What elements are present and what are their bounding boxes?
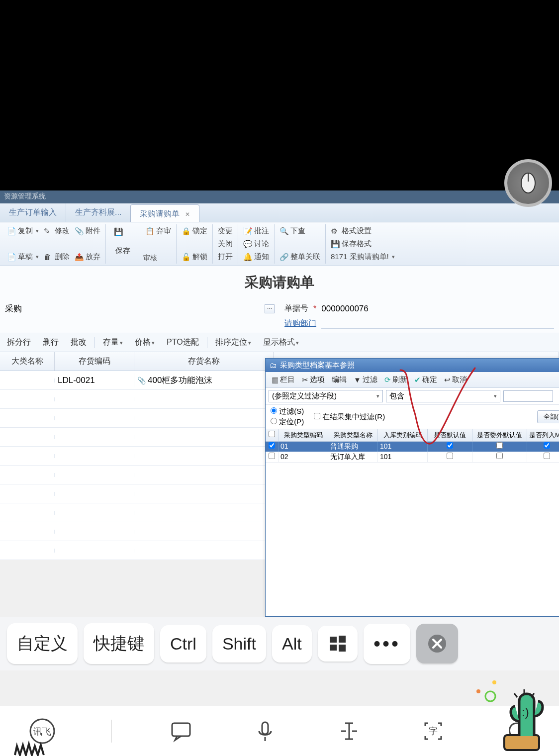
row-check[interactable]: [269, 442, 275, 449]
draft-button[interactable]: 📄草稿▾: [5, 251, 41, 263]
cell-intype: 101: [378, 452, 428, 462]
notify-button[interactable]: 🔔通知: [241, 251, 271, 263]
save-button[interactable]: 💾 保存: [109, 225, 137, 258]
radio-locate[interactable]: 定位(P): [271, 417, 304, 427]
title-text: 资源管理系统: [4, 192, 46, 200]
filter-field-combo[interactable]: (参照定义过滤字段)▾: [269, 390, 383, 402]
check-icon: ✔: [414, 376, 421, 384]
key-windows[interactable]: [318, 626, 358, 662]
notify-icon: 🔔: [243, 253, 252, 262]
display-button[interactable]: 显示格式▾: [258, 335, 304, 350]
svg-point-12: [476, 689, 480, 693]
abandon-button[interactable]: 📋弃审: [143, 225, 173, 237]
unlock-icon: 🔓: [182, 253, 190, 262]
dialog-icon: 🗂: [270, 361, 277, 370]
draft-icon: 📄: [7, 253, 16, 262]
required-mark: *: [313, 304, 316, 313]
sort-button[interactable]: 排序定位▾: [210, 335, 256, 350]
key-ctrl[interactable]: Ctrl: [160, 625, 206, 662]
format-set-button[interactable]: ⚙格式设置: [329, 225, 373, 237]
stock-button[interactable]: 存量▾: [98, 335, 128, 350]
all-button[interactable]: 全部(: [537, 410, 559, 423]
filter-value-input[interactable]: [503, 390, 553, 402]
save-format-icon: 💾: [331, 240, 340, 249]
col-ismps[interactable]: 是否列入MPS/: [527, 429, 559, 441]
svg-rect-9: [172, 723, 190, 736]
table-row[interactable]: 01普通采购101: [266, 442, 559, 452]
dialog-title-bar[interactable]: 🗂 采购类型档案基本参照: [266, 359, 559, 372]
ime-cursor[interactable]: [334, 716, 364, 746]
price-button[interactable]: 价格▾: [130, 335, 160, 350]
col-category[interactable]: 大类名称: [0, 352, 55, 371]
key-alt[interactable]: Alt: [272, 625, 312, 662]
page-title: 采购请购单: [0, 266, 559, 299]
lock-icon: 🔒: [182, 227, 190, 236]
cell-isdef: [428, 442, 472, 452]
attach-button[interactable]: 📎附件: [73, 225, 102, 237]
key-shortcut[interactable]: 快捷键: [84, 623, 154, 664]
svg-rect-5: [339, 645, 346, 652]
discuss-button[interactable]: 💬讨论: [241, 238, 271, 250]
cell-ismps: [527, 452, 559, 462]
unlock-button[interactable]: 🔓解锁: [180, 251, 209, 263]
del-row-button[interactable]: 删行: [38, 335, 64, 350]
abandon-icon: 📋: [145, 227, 154, 236]
col-intype[interactable]: 入库类别编码: [378, 429, 428, 441]
dept-input[interactable]: [321, 319, 554, 329]
window-title-bar: 资源管理系统: [0, 190, 559, 203]
down-button[interactable]: 🔍下查: [278, 225, 307, 237]
col-ptype-name[interactable]: 采购类型名称: [328, 429, 378, 441]
open-button[interactable]: 打开: [216, 251, 235, 263]
dept-label[interactable]: 请购部门: [284, 318, 316, 329]
ime-scan[interactable]: 字: [418, 716, 448, 746]
copy-button[interactable]: 📄复制▾: [5, 225, 41, 237]
pto-button[interactable]: PTO选配: [162, 335, 204, 350]
edit-button[interactable]: 编辑: [329, 374, 350, 385]
whole-rel-button[interactable]: 🔗整单关联: [278, 251, 322, 263]
doc-no-value: 0000000076: [321, 304, 369, 314]
col-name[interactable]: 存货名称: [134, 352, 274, 371]
cancel-icon: ↩: [444, 376, 451, 384]
key-shift[interactable]: Shift: [212, 625, 266, 662]
refresh-button[interactable]: ⟳刷新: [381, 374, 410, 385]
radio-filter[interactable]: 过滤(S): [271, 407, 304, 416]
filter-button[interactable]: ▼过滤: [351, 374, 380, 385]
cancel-button[interactable]: ↩取消: [441, 374, 470, 385]
svg-point-14: [485, 691, 495, 701]
col-button[interactable]: ▥栏目: [269, 374, 298, 385]
lock-button[interactable]: 🔒锁定: [180, 225, 209, 237]
save-format-button[interactable]: 💾保存格式: [329, 238, 373, 250]
col-isdef[interactable]: 是否默认值: [428, 429, 472, 441]
tab-prod-material[interactable]: 生产齐料展...: [66, 203, 130, 222]
doc-ref-button[interactable]: 8171 采购请购单!▾: [329, 251, 397, 263]
filter-op-combo[interactable]: 包含▾: [386, 390, 500, 402]
edit-button[interactable]: ✎修改: [42, 225, 72, 237]
opt-button[interactable]: ✂选项: [299, 374, 328, 385]
ime-chat[interactable]: [166, 716, 196, 746]
table-row[interactable]: 02无订单入库101: [266, 452, 559, 463]
delete-button[interactable]: 🗑删除: [42, 251, 72, 263]
annotate-button[interactable]: 📝批注: [241, 225, 271, 237]
col-isout[interactable]: 是否委外默认值: [472, 429, 527, 441]
chk-inresult[interactable]: 在结果集中过滤(R): [314, 412, 385, 422]
col-code[interactable]: 存货编码: [55, 352, 134, 371]
col-check[interactable]: [266, 429, 279, 441]
mouse-overlay[interactable]: [504, 159, 552, 207]
key-more[interactable]: •••: [364, 624, 410, 664]
change-button[interactable]: 变更: [216, 225, 235, 237]
tab-prod-order[interactable]: 生产订单输入: [0, 203, 66, 222]
tab-purchase-request[interactable]: 采购请购单 ✕: [130, 204, 199, 222]
ime-voice[interactable]: [250, 716, 280, 746]
split-row-button[interactable]: 拆分行: [2, 335, 36, 350]
lookup-icon[interactable]: ⋯: [265, 304, 275, 313]
cell-intype: 101: [378, 442, 428, 452]
key-backspace[interactable]: [416, 624, 458, 663]
close-button[interactable]: 关闭: [216, 238, 235, 250]
batch-button[interactable]: 批改: [66, 335, 92, 350]
ok-button[interactable]: ✔确定: [411, 374, 440, 385]
col-ptype-code[interactable]: 采购类型编码: [279, 429, 328, 441]
close-icon[interactable]: ✕: [185, 211, 190, 218]
key-custom[interactable]: 自定义: [7, 623, 78, 664]
row-check[interactable]: [269, 453, 275, 459]
discard-button[interactable]: 📤放弃: [73, 251, 102, 263]
